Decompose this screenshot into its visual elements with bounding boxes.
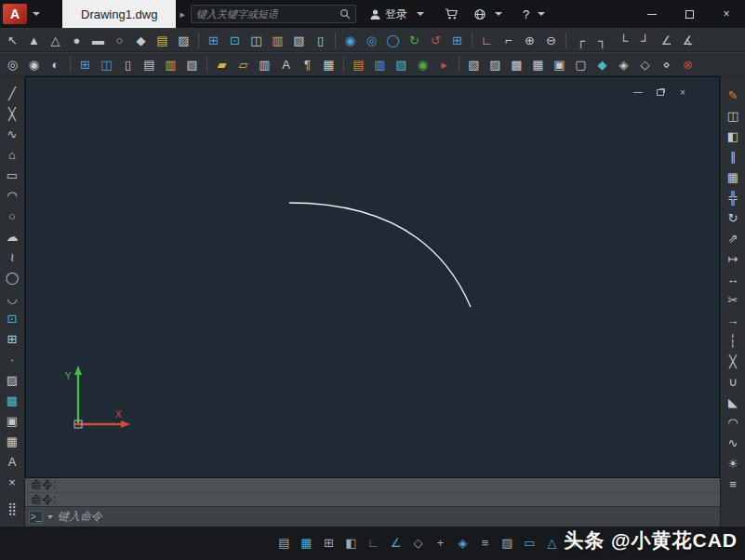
join-icon[interactable]: ∪ [724, 372, 743, 392]
sphere-icon[interactable]: ● [67, 31, 86, 50]
gradient-icon[interactable]: ▩ [3, 391, 22, 410]
viewport-restore-button[interactable] [654, 87, 667, 98]
object-snap-tracking-icon[interactable]: + [431, 534, 450, 553]
align-icon[interactable]: ≡ [724, 474, 743, 494]
chamfer-icon[interactable]: ◣ [724, 393, 743, 412]
construction-line-icon[interactable]: ╳ [3, 104, 22, 124]
corner-top-right-icon[interactable]: ┐ [592, 31, 612, 50]
viewport-minimize-button[interactable] [632, 87, 645, 98]
snap-mode-icon[interactable]: ⊞ [319, 534, 339, 553]
solid-box-4-icon[interactable]: ▦ [528, 55, 548, 74]
polyline-icon[interactable]: ∿ [3, 125, 22, 144]
dynamic-input-icon[interactable]: ▭ [520, 534, 539, 553]
lineweight-icon[interactable]: ≡ [475, 534, 495, 553]
line-icon[interactable]: ╱ [3, 84, 22, 103]
table-style-icon[interactable]: ▦ [319, 55, 339, 74]
spline-icon[interactable]: ≀ [3, 247, 22, 267]
save-stack-icon[interactable]: ▥ [255, 55, 274, 74]
table-icon[interactable]: ▦ [3, 432, 22, 451]
corner-bottom-right-icon[interactable]: ┘ [635, 31, 655, 50]
sheet-orange-icon[interactable]: ▤ [349, 55, 368, 74]
point-marker-icon[interactable]: ◉ [413, 55, 432, 74]
isodraft-icon[interactable]: ◇ [408, 534, 428, 553]
circle-tool-icon[interactable]: ◯ [383, 31, 403, 50]
help-control[interactable]: ? [523, 7, 551, 21]
transparency-icon[interactable]: ▨ [498, 534, 517, 553]
create-block-icon[interactable]: ⊞ [3, 329, 22, 349]
solid-box-5-icon[interactable]: ▣ [550, 55, 569, 74]
annotation-visibility-icon[interactable]: △ [542, 534, 562, 553]
viewport-close-button[interactable]: × [676, 87, 689, 98]
sheet-blue-icon[interactable]: ▥ [370, 55, 390, 74]
trim-icon[interactable]: ✂ [724, 290, 743, 310]
command-grip-icon[interactable]: ⣿ [3, 499, 22, 518]
explode-icon[interactable]: ☀ [724, 454, 743, 473]
polar-tracking-icon[interactable]: ∠ [386, 534, 406, 553]
hatch-pattern-icon[interactable]: ▨ [174, 31, 193, 50]
scale-icon[interactable]: ⇗ [724, 229, 743, 248]
stretch-icon[interactable]: ↦ [724, 249, 743, 269]
stay-connected-control[interactable] [473, 4, 508, 24]
break-at-point-icon[interactable]: ┆ [724, 331, 743, 351]
object-snap-icon[interactable]: ◈ [453, 534, 472, 553]
match-properties-icon[interactable]: ▧ [289, 31, 309, 50]
donut-hollow-icon[interactable]: ◎ [362, 31, 381, 50]
filled-disc-icon[interactable]: ◉ [24, 55, 44, 74]
block-editor-icon[interactable]: ⊡ [225, 31, 245, 50]
half-disc-icon[interactable]: ◐ [46, 55, 65, 74]
tab-overflow-icon[interactable]: ▸ [180, 8, 185, 20]
corner-top-left-icon[interactable]: ┌ [571, 31, 591, 50]
clipboard-paste-icon[interactable]: ▥ [161, 55, 180, 74]
pyramid-icon[interactable]: △ [46, 31, 65, 50]
flag-marker-icon[interactable]: ▸ [434, 55, 454, 74]
solid-box-6-icon[interactable]: ▢ [571, 55, 591, 74]
drawn-arc[interactable] [289, 203, 471, 307]
plot-red-icon[interactable]: ⊗ [678, 55, 698, 74]
zoom-in-icon[interactable]: ⊕ [520, 31, 539, 50]
circle-icon[interactable]: ○ [3, 207, 22, 226]
close-button[interactable]: × [708, 0, 745, 28]
cone-solid-icon[interactable]: ▲ [24, 31, 44, 50]
ellipse-arc-icon[interactable]: ◡ [3, 288, 22, 308]
sign-in-control[interactable]: 登录 [369, 4, 430, 24]
hatch-icon[interactable]: ▨ [3, 370, 22, 390]
chart-view-icon[interactable]: ▧ [392, 55, 411, 74]
region-icon[interactable]: ▣ [3, 411, 22, 431]
paragraph-text-icon[interactable]: ¶ [298, 55, 317, 74]
solid-box-3-icon[interactable]: ▩ [507, 55, 526, 74]
infer-constraints-icon[interactable]: ◧ [341, 534, 361, 553]
zoom-out-icon[interactable]: ⊖ [541, 31, 561, 50]
close-command-icon[interactable]: × [3, 473, 22, 492]
offset-icon[interactable]: ∥ [724, 147, 743, 167]
array-icon[interactable]: ▦ [724, 167, 743, 187]
solid-box-2-icon[interactable]: ▨ [486, 55, 505, 74]
polygon-icon[interactable]: ⌂ [3, 145, 22, 165]
layer-properties-icon[interactable]: ▤ [153, 31, 172, 50]
rotate-icon[interactable]: ↻ [724, 208, 743, 228]
corner-bottom-left-icon[interactable]: └ [614, 31, 633, 50]
app-store-cart-icon[interactable] [445, 4, 459, 24]
new-document-icon[interactable]: ▯ [118, 55, 138, 74]
command-input[interactable]: >_ 键入命令 [25, 506, 720, 527]
redo-icon[interactable]: ↻ [405, 31, 424, 50]
ortho-mode-icon[interactable]: ∟ [364, 534, 383, 553]
multiline-text-icon[interactable]: A [3, 452, 22, 472]
maximize-button[interactable] [671, 0, 708, 28]
angle-open-icon[interactable]: ∠ [657, 31, 676, 50]
wedge-icon[interactable]: ◆ [131, 31, 151, 50]
erase-icon[interactable]: ✎ [724, 86, 743, 105]
drawing-tab[interactable]: Drawing1.dwg [62, 0, 176, 28]
lengthen-icon[interactable]: ↔ [724, 270, 743, 289]
cell-grid-icon[interactable]: ⊞ [75, 55, 95, 74]
table-grid-icon[interactable]: ⊞ [447, 31, 467, 50]
ellipse-icon[interactable]: ◯ [3, 268, 22, 287]
angle-corner-icon[interactable]: ∟ [477, 31, 497, 50]
arc-icon[interactable]: ◠ [3, 186, 22, 206]
donut-filled-icon[interactable]: ◉ [340, 31, 360, 50]
insert-block-icon[interactable]: ⊞ [204, 31, 223, 50]
break-icon[interactable]: ╳ [724, 352, 743, 371]
torus-icon[interactable]: ○ [110, 31, 129, 50]
blend-curves-icon[interactable]: ∿ [724, 433, 743, 453]
extend-icon[interactable]: → [724, 311, 743, 330]
copy-icon[interactable]: ◫ [724, 106, 743, 126]
